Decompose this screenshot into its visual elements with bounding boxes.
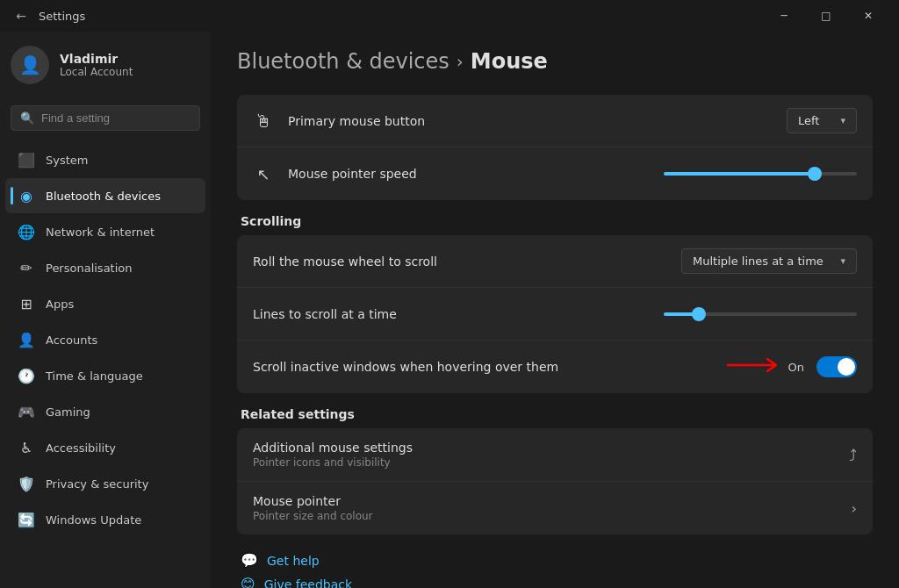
mouse-pointer-title: Mouse pointer [253, 494, 852, 508]
gaming-icon: 🎮 [18, 403, 35, 420]
update-icon: 🔄 [18, 511, 35, 528]
minimize-button[interactable]: ─ [764, 0, 804, 32]
mouse-pointer-text: Mouse pointer Pointer size and colour [253, 494, 852, 522]
titlebar: ← Settings ─ □ ✕ [0, 0, 899, 32]
scroll-wheel-control: Multiple lines at a time ▾ [681, 248, 857, 274]
sidebar-item-accounts[interactable]: 👤Accounts [5, 322, 205, 357]
lines-scroll-label: Lines to scroll at a time [253, 307, 650, 321]
scroll-wheel-dropdown[interactable]: Multiple lines at a time ▾ [681, 248, 857, 274]
main-content: Bluetooth & devices › Mouse 🖱 Primary mo… [211, 32, 899, 588]
bluetooth-icon: ◉ [18, 187, 35, 204]
scroll-inactive-label: Scroll inactive windows when hovering ov… [253, 360, 774, 374]
sidebar-item-privacy[interactable]: 🛡️Privacy & security [5, 466, 205, 501]
app-body: 👤 Vladimir Local Account 🔍 ⬛System◉Bluet… [0, 32, 899, 588]
pointer-icon: ↖ [253, 165, 274, 183]
sidebar-item-time[interactable]: 🕐Time & language [5, 358, 205, 393]
dropdown-arrow-icon: ▾ [840, 115, 845, 126]
primary-button-label: Primary mouse button [288, 114, 773, 128]
close-icon: ✕ [864, 10, 873, 22]
sidebar-item-label-personalisation: Personalisation [46, 262, 133, 275]
breadcrumb-current: Mouse [471, 49, 548, 74]
mouse-pointer-card[interactable]: Mouse pointer Pointer size and colour › [237, 482, 873, 534]
titlebar-left: ← Settings [11, 5, 764, 26]
additional-mouse-card[interactable]: Additional mouse settings Pointer icons … [237, 428, 873, 482]
apps-icon: ⊞ [18, 295, 35, 312]
scroll-wheel-setting: Roll the mouse wheel to scroll Multiple … [237, 235, 873, 288]
titlebar-title: Settings [39, 10, 85, 23]
pointer-speed-slider[interactable] [664, 172, 857, 176]
back-button[interactable]: ← [11, 5, 32, 26]
pointer-speed-setting: ↖ Mouse pointer speed [237, 147, 873, 200]
sidebar-item-label-update: Windows Update [46, 513, 141, 527]
sidebar-item-label-accessibility: Accessibility [46, 441, 116, 455]
minimize-icon: ─ [780, 10, 787, 22]
nav-list: ⬛System◉Bluetooth & devices🌐Network & in… [0, 141, 211, 538]
titlebar-controls: ─ □ ✕ [764, 0, 888, 32]
scroll-wheel-label: Roll the mouse wheel to scroll [253, 255, 667, 269]
help-icon: 💬 [241, 552, 258, 569]
scroll-inactive-setting: Scroll inactive windows when hovering ov… [237, 341, 873, 393]
search-icon: 🔍 [20, 111, 34, 125]
primary-button-setting: 🖱 Primary mouse button Left ▾ [237, 95, 873, 147]
give-feedback-link[interactable]: 😊 Give feedback [241, 576, 873, 588]
sidebar-item-gaming[interactable]: 🎮Gaming [5, 394, 205, 429]
sidebar-item-network[interactable]: 🌐Network & internet [5, 214, 205, 249]
primary-button-control: Left ▾ [787, 108, 857, 133]
pointer-speed-label: Mouse pointer speed [288, 167, 650, 181]
mouse-pointer-subtitle: Pointer size and colour [253, 510, 852, 522]
scrolling-heading: Scrolling [237, 214, 873, 228]
get-help-link[interactable]: 💬 Get help [241, 552, 873, 569]
additional-mouse-title: Additional mouse settings [253, 441, 849, 455]
search-box: 🔍 [11, 105, 200, 131]
get-help-label: Get help [267, 554, 320, 568]
lines-scroll-control [664, 312, 857, 316]
scroll-inactive-toggle[interactable] [816, 356, 857, 377]
scroll-dropdown-arrow: ▾ [840, 255, 845, 267]
lines-scroll-setting: Lines to scroll at a time [237, 288, 873, 341]
primary-button-dropdown[interactable]: Left ▾ [787, 108, 857, 133]
close-button[interactable]: ✕ [848, 0, 888, 32]
lines-scroll-thumb[interactable] [692, 307, 706, 321]
accounts-icon: 👤 [18, 331, 35, 348]
chevron-right-icon: › [852, 500, 857, 517]
pointer-speed-thumb[interactable] [808, 167, 822, 181]
sidebar-item-bluetooth[interactable]: ◉Bluetooth & devices [5, 178, 205, 213]
breadcrumb-separator: › [457, 51, 464, 72]
search-container: 🔍 [0, 98, 211, 141]
sidebar-item-update[interactable]: 🔄Windows Update [5, 502, 205, 537]
sidebar-item-label-accounts: Accounts [46, 333, 97, 347]
sidebar-item-label-privacy: Privacy & security [46, 477, 148, 491]
back-icon: ← [16, 9, 26, 23]
sidebar-item-system[interactable]: ⬛System [5, 142, 205, 177]
feedback-icon: 😊 [241, 576, 255, 588]
sidebar: 👤 Vladimir Local Account 🔍 ⬛System◉Bluet… [0, 32, 211, 588]
scroll-wheel-value: Multiple lines at a time [693, 255, 823, 268]
mouse-icon: 🖱 [253, 111, 274, 132]
breadcrumb-parent: Bluetooth & devices [237, 49, 450, 74]
sidebar-item-label-apps: Apps [46, 298, 74, 311]
search-input[interactable] [41, 111, 191, 125]
user-info: Vladimir Local Account [60, 52, 133, 78]
user-profile[interactable]: 👤 Vladimir Local Account [0, 32, 211, 98]
toggle-label: On [788, 361, 804, 374]
sidebar-item-label-time: Time & language [46, 369, 143, 383]
lines-scroll-slider[interactable] [664, 312, 857, 316]
sidebar-item-accessibility[interactable]: ♿Accessibility [5, 430, 205, 465]
scroll-inactive-control: On [788, 356, 857, 377]
sidebar-item-apps[interactable]: ⊞Apps [5, 286, 205, 321]
give-feedback-label: Give feedback [264, 577, 352, 589]
network-icon: 🌐 [18, 223, 35, 240]
sidebar-item-personalisation[interactable]: ✏️Personalisation [5, 250, 205, 285]
sidebar-item-label-bluetooth: Bluetooth & devices [46, 190, 161, 203]
primary-button-value: Left [798, 114, 819, 127]
related-group: Additional mouse settings Pointer icons … [237, 428, 873, 534]
sidebar-item-label-gaming: Gaming [46, 405, 90, 419]
toggle-thumb [838, 358, 855, 376]
sidebar-item-label-system: System [46, 154, 88, 167]
external-link-icon: ⤴ [849, 446, 857, 464]
maximize-button[interactable]: □ [806, 0, 846, 32]
additional-mouse-text: Additional mouse settings Pointer icons … [253, 441, 849, 469]
system-icon: ⬛ [18, 151, 35, 169]
primary-settings-group: 🖱 Primary mouse button Left ▾ ↖ Mouse po… [237, 95, 873, 200]
time-icon: 🕐 [18, 367, 35, 384]
